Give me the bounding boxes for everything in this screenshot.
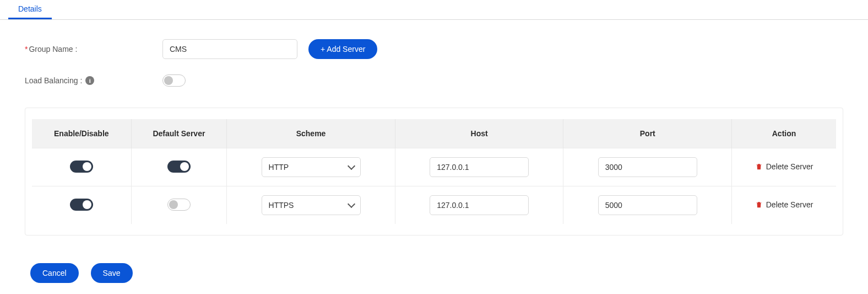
required-asterisk: * — [25, 45, 28, 54]
delete-server-button[interactable]: Delete Server — [755, 200, 813, 209]
load-balancing-row: Load Balancing : i — [25, 74, 843, 87]
scheme-select[interactable]: HTTP — [262, 157, 361, 177]
table-row: HTTPS Delete Server — [32, 186, 836, 224]
group-name-row: * Group Name : + Add Server — [25, 39, 843, 59]
th-default: Default Server — [131, 119, 227, 148]
load-balancing-toggle[interactable] — [162, 74, 186, 87]
group-name-input[interactable] — [162, 39, 297, 59]
trash-icon — [755, 200, 763, 209]
footer-buttons: Cancel Save — [0, 252, 868, 294]
default-toggle[interactable] — [167, 199, 191, 211]
cancel-button[interactable]: Cancel — [30, 263, 79, 283]
save-button[interactable]: Save — [91, 263, 133, 283]
delete-server-button[interactable]: Delete Server — [755, 162, 813, 171]
default-toggle[interactable] — [167, 161, 191, 173]
th-host: Host — [395, 119, 563, 148]
host-input[interactable] — [430, 195, 529, 215]
delete-server-label: Delete Server — [766, 162, 813, 171]
group-name-label: * Group Name : — [25, 45, 162, 54]
enable-toggle[interactable] — [70, 161, 93, 173]
host-input[interactable] — [430, 157, 529, 177]
th-action: Action — [732, 119, 836, 148]
th-port: Port — [563, 119, 732, 148]
tab-details[interactable]: Details — [8, 0, 52, 19]
load-balancing-label-text: Load Balancing : — [25, 76, 82, 85]
trash-icon — [755, 162, 763, 171]
load-balancing-label: Load Balancing : i — [25, 76, 162, 85]
servers-table-wrap: Enable/Disable Default Server Scheme Hos… — [25, 108, 843, 236]
table-row: HTTP Delete Server — [32, 148, 836, 186]
th-scheme: Scheme — [227, 119, 395, 148]
delete-server-label: Delete Server — [766, 200, 813, 209]
th-enable: Enable/Disable — [32, 119, 131, 148]
tabs-bar: Details — [0, 0, 868, 20]
add-server-button[interactable]: + Add Server — [308, 39, 377, 59]
scheme-select[interactable]: HTTPS — [262, 195, 361, 215]
port-input[interactable] — [598, 195, 697, 215]
info-icon[interactable]: i — [85, 76, 94, 85]
enable-toggle[interactable] — [70, 199, 93, 211]
group-name-label-text: Group Name : — [29, 45, 77, 54]
port-input[interactable] — [598, 157, 697, 177]
form-area: * Group Name : + Add Server Load Balanci… — [0, 20, 868, 108]
servers-table: Enable/Disable Default Server Scheme Hos… — [32, 119, 836, 224]
